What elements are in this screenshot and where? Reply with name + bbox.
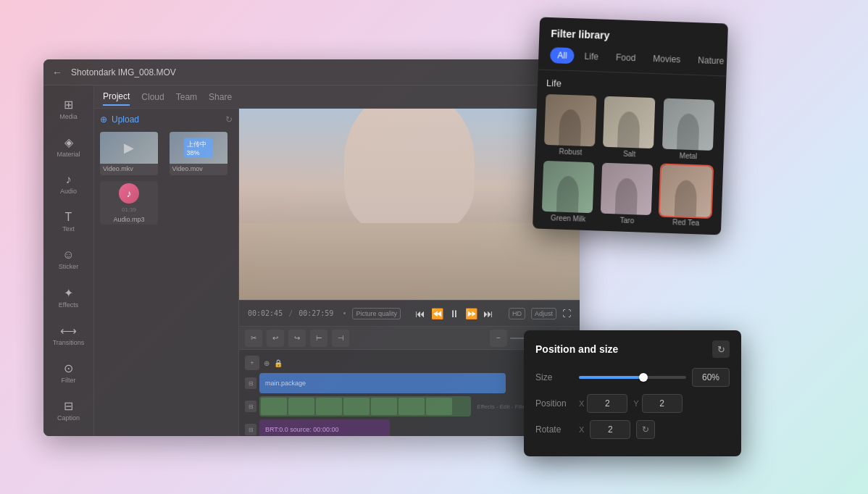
pos-x-label: X (579, 399, 584, 408)
film-frame-5 (371, 398, 397, 415)
size-slider[interactable] (579, 376, 686, 379)
sidebar-label-text: Text (62, 225, 75, 233)
rotate-direction-button[interactable]: ↻ (636, 420, 655, 439)
filter-item-taro[interactable]: Taro (601, 163, 656, 226)
media-item-audio[interactable]: ♪ 01:39 Audio.mp3 (100, 181, 158, 225)
zoom-out-button[interactable]: − (490, 330, 507, 347)
editor-window: ← Shotondark IMG_008.MOV ⊞ Media ◈ Mater… (43, 59, 580, 436)
sidebar-label-transitions: Transitions (53, 339, 85, 346)
pos-y-label: Y (633, 399, 638, 408)
prev-frame-button[interactable]: ⏪ (431, 308, 443, 319)
filter-thumb-inner-greenmilk (542, 161, 594, 213)
playback-controls: ⏮ ⏪ ⏸ ⏩ ⏭ (415, 308, 493, 319)
skip-back-button[interactable]: ⏮ (415, 308, 425, 319)
media-name-video1: Video.mkv (100, 164, 158, 174)
filter-thumb-robust (544, 94, 596, 146)
separator: / (288, 309, 293, 317)
undo-button[interactable]: ↩ (267, 330, 284, 347)
filter-tab-movies[interactable]: Movies (646, 51, 688, 68)
filter-thumb-inner-salt (603, 96, 655, 148)
filter-item-robust[interactable]: Robust (544, 94, 599, 157)
quality-button[interactable]: Picture quality (352, 308, 401, 319)
filter-tab-life[interactable]: Life (577, 48, 606, 64)
tab-project[interactable]: Project (103, 88, 130, 106)
sidebar-item-material[interactable]: ◈ Material (49, 129, 89, 164)
track-clip-main[interactable]: main.package (259, 373, 506, 393)
size-slider-wrap: 60% (579, 368, 730, 387)
sidebar-label-caption: Caption (57, 414, 80, 422)
reset-button[interactable]: ↻ (712, 340, 730, 358)
track-handle-3[interactable]: ⊟ (245, 424, 256, 435)
hdr-button[interactable]: HD (509, 308, 525, 319)
sidebar-label-media: Media (59, 113, 78, 120)
rotate-x-value[interactable]: 2 (590, 420, 630, 439)
adjust-button[interactable]: Adjust (531, 308, 556, 319)
sidebar-item-text[interactable]: T Text (49, 204, 89, 239)
sidebar-item-sticker[interactable]: ☺ Sticker (49, 242, 89, 277)
tab-cloud[interactable]: Cloud (141, 89, 164, 105)
sidebar-item-caption[interactable]: ⊟ Caption (49, 393, 89, 427)
pos-x-value[interactable]: 2 (587, 394, 627, 413)
transitions-icon: ⟷ (60, 324, 77, 338)
filter-tabs: All Life Food Movies Nature ▾ (550, 46, 716, 70)
track-handle-2[interactable]: ⊟ (245, 401, 256, 412)
audio-thumb-icon: ♪ (119, 183, 139, 204)
filter-thumb-salt (603, 96, 655, 148)
filter-thumb-metal (662, 99, 714, 151)
size-value[interactable]: 60% (692, 368, 730, 387)
upload-button[interactable]: ⊕ Upload ↻ (100, 114, 233, 125)
filter-name-salt: Salt (603, 149, 656, 159)
sidebar-item-transitions[interactable]: ⟷ Transitions (49, 317, 89, 352)
filter-item-metal[interactable]: Metal (662, 99, 717, 162)
filter-tab-food[interactable]: Food (609, 49, 643, 67)
pos-y-value[interactable]: 2 (642, 394, 683, 413)
tab-share[interactable]: Share (209, 89, 232, 105)
trim-button[interactable]: ⊢ (310, 330, 327, 347)
position-label: Position (535, 398, 579, 409)
play-button[interactable]: ⏸ (449, 308, 459, 319)
sidebar-item-effects[interactable]: ✦ Effects (49, 280, 89, 314)
lock-button[interactable]: 🔒 (274, 359, 283, 367)
filter-name-taro: Taro (601, 216, 654, 226)
track-film-strip[interactable] (259, 396, 471, 416)
film-frame-1 (261, 398, 287, 415)
tab-team[interactable]: Team (176, 89, 197, 105)
film-frame-4 (343, 398, 370, 415)
track-handle-1[interactable]: ⊟ (245, 377, 256, 389)
tab-bar: Project Cloud Team Share (94, 85, 580, 109)
caption-icon: ⊟ (64, 399, 73, 413)
magnet-button[interactable]: ⊕ (264, 359, 270, 367)
scissors-tool[interactable]: ✂ (245, 330, 262, 347)
media-grid: ▶ Video.mkv 上传中 38% Video.mov ♪ (100, 132, 233, 225)
filter-item-salt[interactable]: Salt (603, 96, 658, 159)
filter-thumb-inner-taro (601, 163, 653, 215)
panel-content: ⊕ Upload ↻ ▶ Video.mkv 上 (94, 109, 580, 436)
current-time: 00:02:45 (248, 309, 283, 317)
sidebar-item-audio[interactable]: ♪ Audio (49, 167, 89, 201)
media-item-video2[interactable]: 上传中 38% Video.mov (170, 132, 228, 175)
back-button[interactable]: ← (52, 67, 62, 78)
filter-tab-all[interactable]: All (550, 47, 575, 64)
refresh-icon[interactable]: ↻ (225, 114, 233, 125)
audio-name: Audio.mp3 (113, 216, 144, 223)
size-slider-thumb[interactable] (639, 373, 648, 382)
filter-library-panel: Filter library All Life Food Movies Natu… (533, 17, 728, 235)
total-time: 00:27:59 (299, 309, 333, 317)
filter-item-greenmilk[interactable]: Green Milk (541, 161, 596, 224)
sidebar-item-media[interactable]: ⊞ Media (49, 91, 89, 126)
filter-thumb-inner-metal (662, 99, 714, 151)
media-item-video1[interactable]: ▶ Video.mkv (100, 132, 158, 175)
split-button[interactable]: ⊣ (332, 330, 349, 347)
track-audio-clip[interactable]: BRT:0.0 source: 00:00:00 (259, 419, 390, 436)
filter-thumb-greenmilk (542, 161, 594, 213)
sidebar-item-filter[interactable]: ⊙ Filter (49, 355, 89, 390)
scene-desk (239, 223, 580, 300)
add-track-button[interactable]: + (245, 356, 259, 370)
fullscreen-button[interactable]: ⛶ (562, 309, 571, 319)
next-frame-button[interactable]: ⏩ (465, 308, 477, 319)
filter-item-redtea[interactable]: Red Tea (659, 165, 714, 228)
skip-forward-button[interactable]: ⏭ (483, 308, 493, 319)
sidebar-label-material: Material (57, 151, 80, 158)
redo-button[interactable]: ↪ (288, 330, 306, 347)
filter-tab-nature[interactable]: Nature (690, 52, 728, 70)
